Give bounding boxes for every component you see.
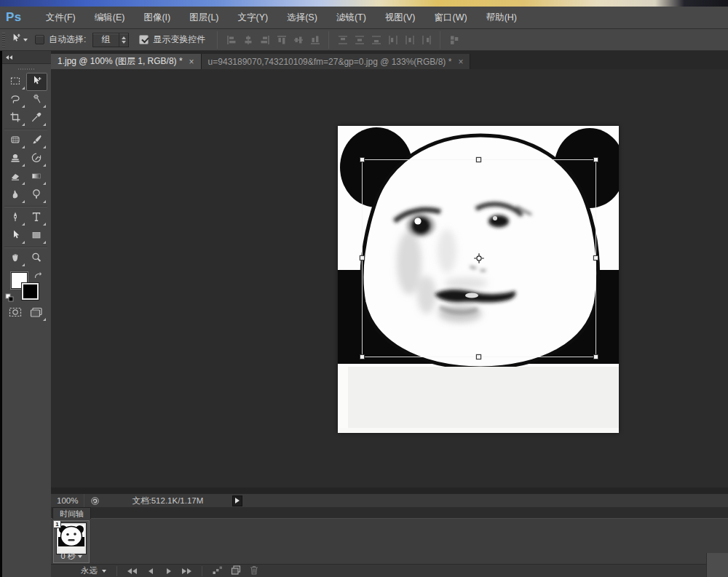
status-flyout-button[interactable] [232,496,242,506]
tool-eyedropper[interactable] [26,109,48,127]
swap-colors-icon[interactable] [33,271,44,284]
tool-gradient[interactable] [26,168,48,186]
align-bottom-edges-button[interactable] [306,32,323,48]
tool-rectangular-marquee[interactable] [4,73,26,91]
tool-lasso[interactable] [4,91,26,109]
frame-delay-control[interactable]: 0 秒 [54,551,89,562]
align-top-edges-button[interactable] [273,32,290,48]
transform-handle-top-right[interactable] [593,157,598,162]
tool-brush[interactable] [26,132,48,150]
menu-view[interactable]: 视图(V) [376,7,425,28]
document-tab-1[interactable]: 1.jpg @ 100% (图层 1, RGB/8) * × [51,54,202,69]
distribute-left-edges-button[interactable] [384,32,401,48]
auto-select-target-dropdown[interactable]: 组 [92,33,129,47]
left-dock [0,51,51,577]
distribute-right-edges-button[interactable] [418,32,435,48]
canvas-scroll-track[interactable] [51,488,728,493]
transform-handle-top-left[interactable] [360,157,365,162]
transform-handle-middle-right[interactable] [593,255,598,260]
frame-thumbnail[interactable] [57,523,86,554]
menu-type[interactable]: 文字(Y) [229,7,278,28]
next-frame-button[interactable] [178,565,196,577]
tool-zoom[interactable] [26,250,48,268]
align-left-edges-button[interactable] [223,32,240,48]
tool-crop[interactable] [4,109,26,127]
default-colors-icon[interactable] [5,292,15,305]
close-icon[interactable]: × [189,58,194,65]
transform-handle-middle-left[interactable] [360,255,365,260]
distribute-horizontal-centers-button[interactable] [401,32,418,48]
timeline-panel: 时间轴 1 [51,507,728,577]
tool-magic-wand[interactable] [26,91,48,109]
controls-separator [202,566,202,576]
tool-pen[interactable] [4,209,26,227]
tool-separator [4,206,47,207]
mode-buttons [2,304,50,322]
tool-patch[interactable] [4,132,26,150]
tool-history-brush[interactable] [26,150,48,168]
menu-edit[interactable]: 编辑(E) [85,7,135,28]
auto-select-checkbox[interactable] [35,35,44,44]
transform-handle-bottom-right[interactable] [593,354,598,359]
align-right-edges-button[interactable] [256,32,273,48]
transform-handle-bottom-left[interactable] [360,354,365,359]
tool-move[interactable] [26,73,48,91]
tool-smudge[interactable] [4,186,26,204]
animation-frame-1[interactable]: 1 0 秒 [53,520,90,563]
quick-mask-button[interactable] [4,304,26,322]
tab-timeline[interactable]: 时间轴 [52,507,91,519]
zoom-level-field[interactable]: 100% [51,496,84,505]
show-transform-controls-checkbox[interactable] [139,35,149,44]
sync-status-icon[interactable] [90,496,100,506]
transform-handle-bottom-center[interactable] [476,354,481,359]
align-horizontal-centers-button[interactable] [240,32,256,48]
rewind-first-frame-button[interactable] [123,565,141,577]
menu-window[interactable]: 窗口(W) [425,7,477,28]
next-frame-icon [187,568,191,574]
options-bar-grip[interactable] [2,33,5,47]
loop-count-dropdown[interactable]: 永远 [76,565,111,577]
tool-type[interactable] [26,209,48,227]
canvas-area[interactable] [51,69,728,493]
tool-eraser[interactable] [4,168,26,186]
document-tab-bar: 1.jpg @ 100% (图层 1, RGB/8) * × u=9431890… [51,51,728,69]
menu-file[interactable]: 文件(F) [36,7,85,28]
auto-align-layers-button[interactable] [446,32,462,48]
menu-help[interactable]: 帮助(H) [477,7,526,28]
distribute-top-edges-button[interactable] [334,32,351,48]
play-button[interactable] [159,565,178,577]
auto-select-target-value: 组 [93,33,119,46]
close-icon[interactable]: × [458,58,463,65]
menu-filter[interactable]: 滤镜(T) [327,7,376,28]
transform-handle-top-center[interactable] [476,157,481,162]
tween-frames-button[interactable] [208,565,226,577]
timeline-tab-row: 时间轴 [51,507,728,519]
tool-dodge[interactable] [26,186,48,204]
background-color-swatch[interactable] [22,283,39,300]
previous-frame-button[interactable] [141,565,159,577]
tool-path-selection[interactable] [4,227,26,245]
quick-mask-icon [9,307,22,320]
menu-layer[interactable]: 图层(L) [180,7,228,28]
transform-reference-point-icon[interactable] [473,252,485,264]
tool-hand[interactable] [4,250,26,268]
align-vertical-centers-button[interactable] [290,32,306,48]
screen-mode-button[interactable] [26,304,48,322]
move-icon [31,75,42,89]
distribute-vertical-centers-button[interactable] [351,32,368,48]
photoshop-logo: Ps [6,10,22,25]
tool-shape[interactable] [26,227,48,245]
menu-select[interactable]: 选择(S) [277,7,327,28]
current-tool-indicator[interactable] [10,33,28,47]
loop-count-value: 永远 [81,565,98,576]
distribute-bottom-edges-button[interactable] [368,32,384,48]
delete-frame-button[interactable] [245,565,263,577]
panel-grip[interactable] [18,68,34,70]
menu-image[interactable]: 图像(I) [134,7,180,28]
duplicate-frame-button[interactable] [226,565,245,577]
tool-clone-stamp[interactable] [4,150,26,168]
document-tab-2[interactable]: u=943189070,743210109&fm=27&gp=0.jpg @ 1… [202,54,471,69]
tools-panel [2,65,50,322]
collapse-tools-button[interactable] [2,51,51,64]
play-icon [167,568,171,574]
